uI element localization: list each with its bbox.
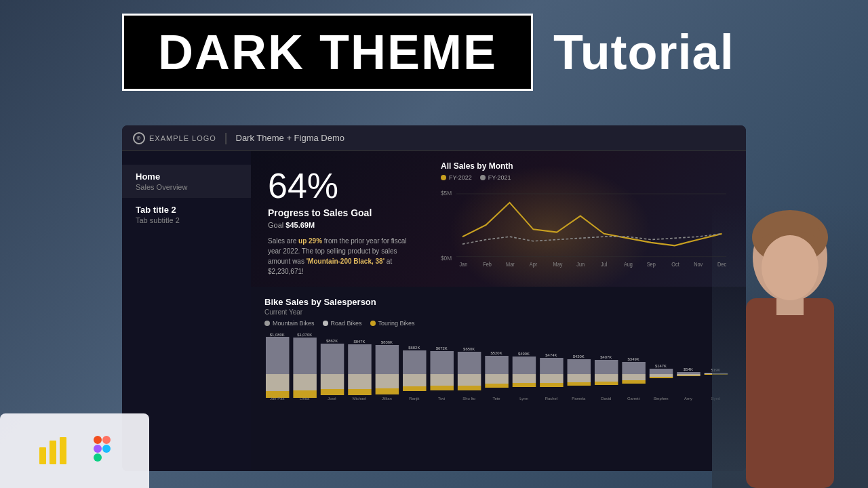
main-content: 64% Progress to Sales Goal Goal $45.69M … bbox=[251, 151, 746, 471]
logo-text: EXAMPLE LOGO bbox=[149, 134, 216, 142]
svg-rect-62 bbox=[513, 374, 536, 383]
svg-text:Amy: Amy bbox=[684, 396, 692, 401]
bar-legend-road-label: Road Bikes bbox=[331, 320, 362, 327]
svg-rect-67 bbox=[540, 374, 564, 383]
svg-text:Sep: Sep bbox=[647, 261, 656, 268]
sidebar-item-tab2-title: Tab title 2 bbox=[136, 205, 237, 215]
sidebar-item-home[interactable]: Home Sales Overview bbox=[122, 165, 251, 198]
svg-rect-87 bbox=[650, 374, 673, 377]
svg-rect-111 bbox=[746, 298, 834, 488]
stats-area: 64% Progress to Sales Goal Goal $45.69M … bbox=[251, 151, 746, 287]
bar-legend-road-dot bbox=[323, 321, 328, 326]
tutorial-label: Tutorial bbox=[553, 24, 734, 80]
svg-text:Rachel: Rachel bbox=[545, 396, 557, 401]
svg-rect-43 bbox=[403, 386, 427, 391]
bar-chart-legend: Mountain Bikes Road Bikes Touring Bikes bbox=[264, 320, 732, 327]
svg-rect-33 bbox=[348, 389, 372, 395]
svg-rect-42 bbox=[403, 374, 427, 386]
svg-text:José: José bbox=[328, 396, 336, 401]
bar-chart-area: Bike Sales by Salesperson Current Year M… bbox=[251, 287, 746, 471]
line-chart: All Sales by Month FY-2022 FY-2021 bbox=[427, 151, 746, 287]
svg-rect-51 bbox=[458, 352, 481, 374]
dashboard-header: ⊕ EXAMPLE LOGO | Dark Theme + Figma Demo bbox=[122, 125, 746, 151]
bar-legend-mountain-dot bbox=[264, 321, 270, 326]
sidebar-item-tab2[interactable]: Tab title 2 Tab subtitle 2 bbox=[122, 198, 251, 231]
svg-text:$474K: $474K bbox=[545, 353, 557, 357]
svg-rect-27 bbox=[321, 374, 344, 389]
dark-theme-label: DARK THEME bbox=[158, 28, 497, 77]
svg-rect-41 bbox=[403, 350, 427, 374]
legend-fy2021-label: FY-2021 bbox=[488, 174, 511, 181]
svg-text:Dec: Dec bbox=[717, 261, 726, 268]
separator: | bbox=[224, 131, 228, 145]
svg-rect-16 bbox=[266, 337, 290, 374]
svg-rect-108 bbox=[94, 453, 102, 462]
svg-text:Aug: Aug bbox=[624, 261, 633, 268]
logo-icon: ⊕ bbox=[133, 132, 145, 144]
svg-rect-83 bbox=[622, 380, 646, 384]
svg-rect-66 bbox=[540, 358, 564, 374]
svg-rect-31 bbox=[348, 344, 372, 374]
power-bi-icon bbox=[36, 434, 70, 468]
svg-rect-26 bbox=[321, 344, 344, 374]
svg-text:$1,070K: $1,070K bbox=[297, 333, 312, 337]
svg-text:Stephen: Stephen bbox=[654, 396, 669, 401]
svg-rect-68 bbox=[540, 383, 564, 387]
svg-rect-93 bbox=[677, 375, 701, 376]
svg-rect-104 bbox=[94, 436, 102, 444]
svg-rect-72 bbox=[568, 374, 591, 382]
legend-fy2022-label: FY-2022 bbox=[449, 174, 472, 181]
legend-fy2021-dot bbox=[480, 175, 486, 180]
svg-rect-102 bbox=[50, 441, 56, 464]
svg-rect-73 bbox=[568, 382, 591, 386]
svg-text:Linda: Linda bbox=[300, 396, 310, 401]
svg-rect-107 bbox=[102, 445, 111, 453]
bottom-toolbar bbox=[0, 413, 149, 488]
svg-rect-21 bbox=[293, 338, 317, 374]
sales-description: Sales are up 29% from the prior year for… bbox=[268, 236, 410, 277]
svg-text:Jae Pak: Jae Pak bbox=[270, 396, 284, 401]
svg-rect-52 bbox=[458, 374, 481, 386]
product-name: 'Mountain-200 Black, 38' bbox=[307, 258, 384, 265]
svg-text:$430K: $430K bbox=[573, 354, 585, 359]
svg-text:Jul: Jul bbox=[601, 261, 608, 268]
svg-text:$0M: $0M bbox=[441, 254, 452, 262]
svg-rect-105 bbox=[102, 436, 111, 444]
svg-text:$520K: $520K bbox=[491, 351, 502, 355]
svg-rect-106 bbox=[94, 445, 102, 453]
svg-text:Jillian: Jillian bbox=[382, 396, 392, 401]
svg-rect-36 bbox=[376, 345, 399, 374]
svg-rect-22 bbox=[293, 374, 317, 390]
svg-text:Mar: Mar bbox=[506, 261, 515, 268]
svg-text:David: David bbox=[601, 396, 611, 401]
svg-text:Pamela: Pamela bbox=[572, 396, 586, 401]
svg-rect-82 bbox=[622, 374, 646, 380]
dark-theme-box: DARK THEME bbox=[122, 14, 533, 91]
svg-text:$499K: $499K bbox=[518, 352, 530, 356]
svg-point-113 bbox=[762, 235, 818, 300]
svg-rect-32 bbox=[348, 374, 372, 389]
svg-text:Michael: Michael bbox=[353, 396, 366, 401]
svg-text:May: May bbox=[553, 261, 563, 268]
bar-chart-subtitle: Current Year bbox=[264, 308, 732, 316]
top-title-area: DARK THEME Tutorial bbox=[122, 14, 746, 91]
svg-rect-28 bbox=[321, 389, 344, 395]
svg-text:$682K: $682K bbox=[408, 346, 420, 350]
svg-text:Shu Ito: Shu Ito bbox=[462, 396, 475, 401]
svg-rect-78 bbox=[595, 382, 618, 385]
up-pct: up 29% bbox=[298, 237, 322, 245]
svg-rect-46 bbox=[430, 351, 454, 374]
legend-fy2021: FY-2021 bbox=[480, 174, 511, 181]
goal-label: Goal $45.69M bbox=[268, 221, 410, 229]
bar-chart-title: Bike Sales by Salesperson bbox=[264, 297, 732, 307]
svg-rect-56 bbox=[485, 356, 509, 374]
dashboard-body: Home Sales Overview Tab title 2 Tab subt… bbox=[122, 151, 746, 471]
dashboard-title: Dark Theme + Figma Demo bbox=[236, 133, 345, 143]
svg-text:$836K: $836K bbox=[381, 340, 393, 344]
sidebar-item-tab2-subtitle: Tab subtitle 2 bbox=[136, 216, 237, 224]
svg-rect-57 bbox=[485, 374, 509, 384]
svg-rect-86 bbox=[650, 369, 673, 374]
progress-label: Progress to Sales Goal bbox=[268, 207, 410, 218]
dashboard: ⊕ EXAMPLE LOGO | Dark Theme + Figma Demo… bbox=[122, 125, 746, 471]
bar-legend-touring-label: Touring Bikes bbox=[378, 320, 415, 327]
